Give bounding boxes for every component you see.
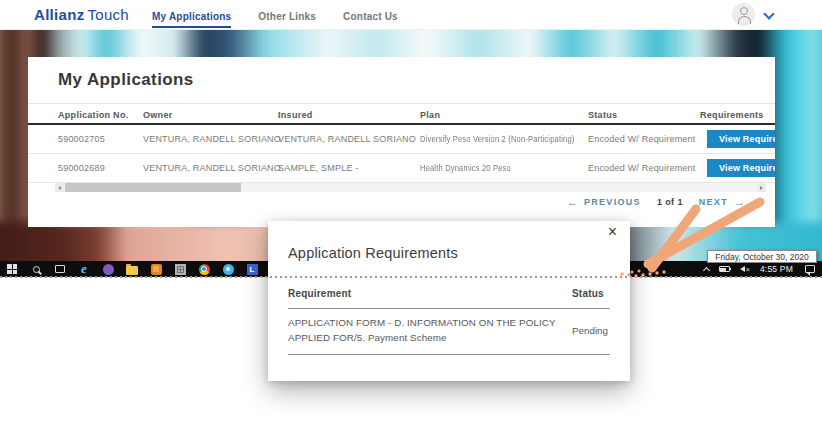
skype-icon[interactable] bbox=[216, 261, 240, 277]
battery-icon[interactable] bbox=[719, 266, 730, 272]
col-application-no: Application No. bbox=[58, 110, 129, 120]
logo-allianz: Allianz bbox=[34, 6, 84, 23]
cell-owner: VENTURA, RANDELL SORIANO bbox=[143, 163, 281, 173]
logo-touch: Touch bbox=[87, 6, 129, 23]
page-info: 1 of 1 bbox=[657, 197, 683, 207]
date-tooltip: Friday, October 30, 2020 bbox=[707, 250, 817, 263]
purple-circle-glyph bbox=[103, 264, 114, 275]
screen: AllianzTouch My Applications Other Links… bbox=[0, 0, 822, 442]
nav-my-applications[interactable]: My Applications bbox=[152, 9, 231, 28]
previous-page-button[interactable]: ← PREVIOUS bbox=[567, 196, 641, 208]
taskbar-clock[interactable]: 4:55 PM bbox=[760, 264, 793, 274]
view-requirements-button[interactable]: View Requirements bbox=[707, 130, 775, 148]
cell-status: Encoded W/ Requirement bbox=[588, 163, 695, 173]
magnifier-glyph bbox=[33, 266, 40, 273]
cell-insured: SAMPLE, SMPLE - bbox=[278, 163, 359, 173]
volume-muted-icon[interactable] bbox=[740, 266, 750, 273]
cell-insured: VENTURA, RANDELL SORIANO bbox=[278, 134, 416, 144]
previous-label: PREVIOUS bbox=[584, 197, 641, 207]
application-requirements-modal: × Application Requirements Requirement S… bbox=[268, 221, 630, 381]
skype-glyph bbox=[223, 264, 234, 275]
main-nav: My Applications Other Links Contact Us bbox=[152, 0, 398, 30]
task-view-glyph bbox=[55, 265, 65, 273]
chrome-icon[interactable] bbox=[192, 261, 216, 277]
chevron-down-icon[interactable] bbox=[763, 8, 774, 19]
site-header: AllianzTouch My Applications Other Links… bbox=[0, 0, 822, 30]
table-row: 590002689 VENTURA, RANDELL SORIANO SAMPL… bbox=[28, 154, 775, 183]
scrollbar-thumb[interactable] bbox=[65, 183, 241, 192]
modal-requirement-text: APPLICATION FORM - D. INFORMATION ON THE… bbox=[288, 315, 564, 345]
dotted-divider-line bbox=[0, 276, 822, 278]
allianz-touch-logo[interactable]: AllianzTouch bbox=[34, 6, 129, 23]
cell-application-no: 590002689 bbox=[58, 163, 105, 173]
col-requirements: Requirements bbox=[700, 110, 764, 120]
cell-status: Encoded W/ Requirement bbox=[588, 134, 695, 144]
chrome-glyph bbox=[199, 264, 210, 275]
search-icon[interactable] bbox=[24, 261, 48, 277]
app-purple-icon[interactable] bbox=[96, 261, 120, 277]
cell-owner: VENTURA, RANDELL SORIANO bbox=[143, 134, 281, 144]
internet-explorer-icon[interactable] bbox=[72, 261, 96, 277]
cell-plan: Diversify Peso Version 2 (Non-Participat… bbox=[420, 134, 574, 144]
windows-start-icon[interactable] bbox=[0, 261, 24, 277]
cell-plan: Health Dynamics 20 Peso bbox=[420, 163, 511, 173]
my-applications-card: My Applications Application No. Owner In… bbox=[28, 57, 775, 227]
app-building-icon[interactable] bbox=[168, 261, 192, 277]
close-icon[interactable]: × bbox=[608, 223, 617, 241]
col-owner: Owner bbox=[143, 110, 173, 120]
task-view-icon[interactable] bbox=[48, 261, 72, 277]
modal-col-requirement: Requirement bbox=[288, 288, 351, 299]
divider bbox=[288, 308, 610, 309]
scroll-right-arrow-icon[interactable] bbox=[757, 183, 766, 192]
show-hidden-icons-icon[interactable] bbox=[703, 266, 710, 273]
col-status: Status bbox=[588, 110, 617, 120]
user-avatar-icon[interactable] bbox=[732, 3, 755, 26]
applications-table-header: Application No. Owner Insured Plan Statu… bbox=[28, 103, 775, 125]
scroll-left-arrow-icon[interactable] bbox=[55, 183, 64, 192]
page-title: My Applications bbox=[58, 70, 194, 90]
orange-tile-glyph bbox=[151, 264, 162, 275]
horizontal-scrollbar[interactable] bbox=[55, 183, 766, 192]
table-row: 590002705 VENTURA, RANDELL SORIANO VENTU… bbox=[28, 125, 775, 154]
col-plan: Plan bbox=[420, 110, 440, 120]
app-blue-l-icon[interactable] bbox=[240, 261, 264, 277]
speaker-glyph bbox=[740, 266, 745, 272]
view-requirements-button[interactable]: View Requirements bbox=[707, 159, 775, 177]
modal-title: Application Requirements bbox=[288, 245, 458, 261]
modal-col-status: Status bbox=[572, 288, 604, 299]
folder-glyph bbox=[126, 266, 138, 275]
system-tray: 4:55 PM bbox=[704, 261, 822, 277]
building-glyph bbox=[175, 264, 186, 275]
pagination: ← PREVIOUS 1 of 1 NEXT → bbox=[567, 196, 745, 208]
triangle-left-icon bbox=[58, 186, 61, 190]
cell-application-no: 590002705 bbox=[58, 134, 105, 144]
right-arrow-icon: → bbox=[734, 196, 745, 208]
next-label: NEXT bbox=[699, 197, 728, 207]
modal-status-value: Pending bbox=[572, 325, 608, 336]
triangle-right-icon bbox=[760, 186, 763, 190]
blue-l-tile-glyph bbox=[247, 264, 258, 275]
app-orange-icon[interactable] bbox=[144, 261, 168, 277]
file-explorer-icon[interactable] bbox=[120, 261, 144, 277]
action-center-icon[interactable] bbox=[805, 265, 815, 273]
next-page-button[interactable]: NEXT → bbox=[699, 196, 745, 208]
divider bbox=[288, 354, 610, 355]
windows-logo-glyph bbox=[7, 264, 17, 274]
nav-other-links[interactable]: Other Links bbox=[258, 9, 316, 22]
nav-contact-us[interactable]: Contact Us bbox=[343, 9, 398, 22]
col-insured: Insured bbox=[278, 110, 313, 120]
left-arrow-icon: ← bbox=[567, 196, 578, 208]
